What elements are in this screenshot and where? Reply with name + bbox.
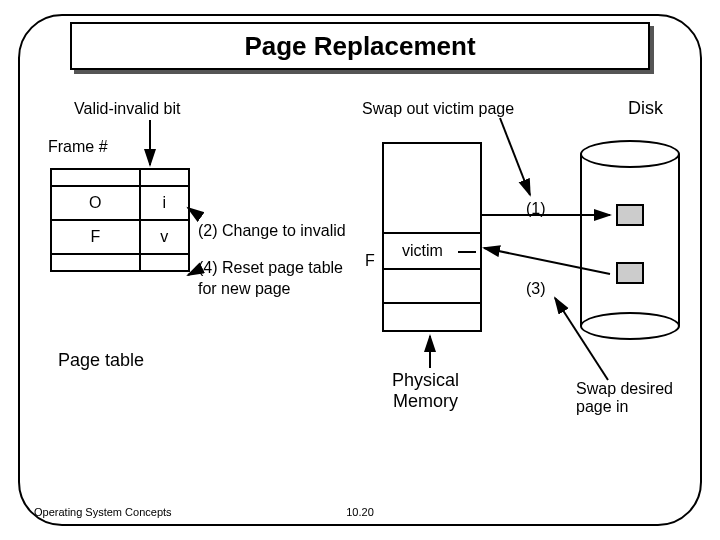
- page-table: O i F v: [50, 168, 190, 272]
- table-row: O i: [51, 186, 189, 220]
- frame-cell: O: [51, 186, 140, 220]
- page-title: Page Replacement: [72, 24, 648, 68]
- reset-table-label: (4) Reset page table for new page: [198, 258, 343, 300]
- f-label: F: [365, 252, 375, 270]
- step1-label: (1): [526, 200, 546, 218]
- footer-center: 10.20: [0, 506, 720, 518]
- disk-cylinder: [580, 140, 680, 340]
- frame-cell: F: [51, 220, 140, 254]
- swap-out-label: Swap out victim page: [362, 100, 514, 118]
- disk-block: [616, 262, 644, 284]
- table-row: F v: [51, 220, 189, 254]
- page-table-label: Page table: [58, 350, 144, 371]
- physical-memory-label: Physical Memory: [392, 370, 459, 412]
- change-invalid-label: (2) Change to invalid: [198, 222, 346, 240]
- physical-memory: [382, 142, 482, 332]
- disk-label: Disk: [628, 98, 663, 119]
- bit-cell: i: [140, 186, 189, 220]
- valid-invalid-bit-label: Valid-invalid bit: [74, 100, 180, 118]
- frame-number-label: Frame #: [48, 138, 108, 156]
- bit-cell: v: [140, 220, 189, 254]
- disk-block: [616, 204, 644, 226]
- step3-label: (3): [526, 280, 546, 298]
- title-box: Page Replacement: [70, 22, 650, 70]
- swap-in-label: Swap desired page in: [576, 380, 673, 416]
